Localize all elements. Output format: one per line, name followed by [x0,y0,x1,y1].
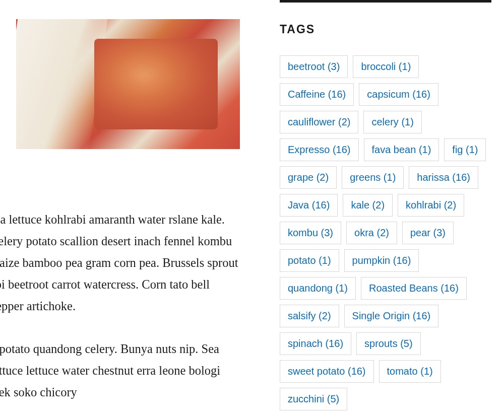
tag-link[interactable]: okra (2) [346,222,397,244]
hero-image [16,19,240,149]
tag-link[interactable]: pumpkin (16) [344,249,419,272]
tag-link[interactable]: potato (1) [280,249,339,272]
tag-cloud: beetroot (3)broccoli (1)Caffeine (16)cap… [280,55,491,410]
tag-link[interactable]: beetroot (3) [280,55,348,78]
tag-link[interactable]: celery (1) [363,111,421,133]
tag-link[interactable]: harissa (16) [409,166,478,189]
tag-link[interactable]: capsicum (16) [359,83,438,106]
tag-link[interactable]: Roasted Beans (16) [361,277,467,300]
tag-link[interactable]: Single Origin (16) [344,305,439,327]
tag-link[interactable]: kombu (3) [280,222,341,244]
tag-link[interactable]: broccoli (1) [353,55,419,78]
tag-link[interactable]: zucchini (5) [280,388,347,410]
tag-link[interactable]: cauliflower (2) [280,111,358,133]
tag-link[interactable]: Expresso (16) [280,138,359,161]
tag-link[interactable]: salsify (2) [280,305,339,327]
tag-link[interactable]: sweet potato (16) [280,360,374,383]
tag-link[interactable]: quandong (1) [280,277,356,300]
tag-link[interactable]: kohlrabi (2) [398,194,464,217]
tag-link[interactable]: pear (3) [402,222,454,244]
tag-link[interactable]: tomato (1) [379,360,441,383]
tags-heading: TAGS [280,23,494,36]
tag-link[interactable]: grape (2) [280,166,337,189]
main-content: sea lettuce kohlrabi amaranth water rsla… [0,0,247,149]
tag-link[interactable]: kale (2) [343,194,393,217]
tag-link[interactable]: sprouts (5) [356,332,421,355]
article-paragraph: sea lettuce kohlrabi amaranth water rsla… [0,209,242,317]
tag-link[interactable]: fava bean (1) [364,138,439,161]
article-paragraph: n potato quandong celery. Bunya nuts nip… [0,338,242,403]
tag-link[interactable]: greens (1) [342,166,404,189]
sidebar-divider [280,0,491,3]
tag-link[interactable]: Caffeine (16) [280,83,354,106]
article-body: sea lettuce kohlrabi amaranth water rsla… [0,209,242,420]
tag-link[interactable]: fig (1) [444,138,486,161]
tag-link[interactable]: Java (16) [280,194,338,217]
tag-link[interactable]: spinach (16) [280,332,351,355]
sidebar: TAGS beetroot (3)broccoli (1)Caffeine (1… [280,0,494,410]
